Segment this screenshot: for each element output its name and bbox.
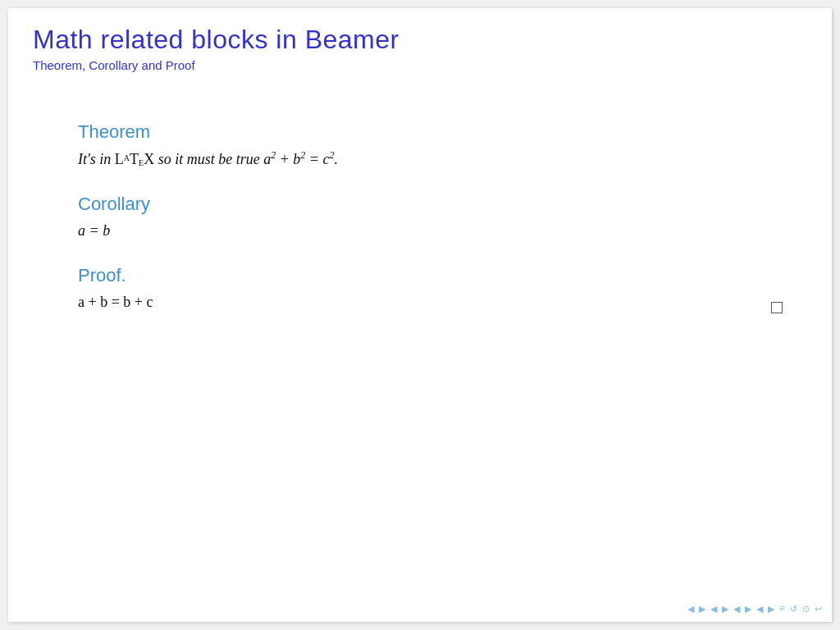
- theorem-title: Theorem: [78, 121, 807, 143]
- theorem-content: It's in LATEX so it must be true a2 + b2…: [78, 148, 807, 171]
- nav-right-2[interactable]: ▶: [722, 604, 728, 614]
- content-area: Theorem It's in LATEX so it must be true…: [78, 121, 807, 313]
- slide-title: Math related blocks in Beamer: [33, 25, 807, 55]
- slide-subtitle: Theorem, Corollary and Proof: [33, 58, 807, 72]
- nav-return[interactable]: ↺: [790, 604, 797, 614]
- nav-right-1[interactable]: ▶: [699, 604, 705, 614]
- proof-content: a + b = b + c: [78, 291, 807, 313]
- nav-left-2[interactable]: ◀: [710, 604, 717, 614]
- latex-logo: LATEX: [115, 151, 154, 167]
- nav-back[interactable]: ↩: [815, 604, 822, 614]
- nav-left-3[interactable]: ◀: [733, 604, 740, 614]
- theorem-block: Theorem It's in LATEX so it must be true…: [78, 121, 807, 171]
- theorem-text-prefix: It's in: [78, 151, 115, 167]
- corollary-title: Corollary: [78, 194, 807, 215]
- nav-right-4[interactable]: ▶: [768, 604, 774, 614]
- corollary-content: a = b: [78, 220, 807, 242]
- qed-box: [771, 302, 783, 313]
- slide: Math related blocks in Beamer Theorem, C…: [8, 8, 832, 622]
- nav-left-1[interactable]: ◀: [687, 604, 694, 614]
- corollary-block: Corollary a = b: [78, 194, 807, 242]
- nav-right-3[interactable]: ▶: [745, 604, 751, 614]
- proof-label: Proof: [78, 265, 121, 285]
- nav-search[interactable]: ⊙: [802, 604, 810, 614]
- proof-title: Proof.: [78, 265, 807, 286]
- nav-menu[interactable]: ≡: [779, 602, 785, 615]
- nav-left-4[interactable]: ◀: [756, 604, 763, 614]
- slide-footer: ◀ ▶ ◀ ▶ ◀ ▶ ◀ ▶ ≡ ↺ ⊙ ↩: [687, 602, 822, 615]
- proof-equation: a + b = b + c: [78, 294, 153, 310]
- slide-header: Math related blocks in Beamer Theorem, C…: [33, 25, 807, 72]
- proof-block: Proof. a + b = b + c: [78, 265, 807, 313]
- theorem-text-suffix: so it must be true a2 + b2 = c2.: [154, 151, 338, 167]
- proof-dot: .: [121, 265, 126, 285]
